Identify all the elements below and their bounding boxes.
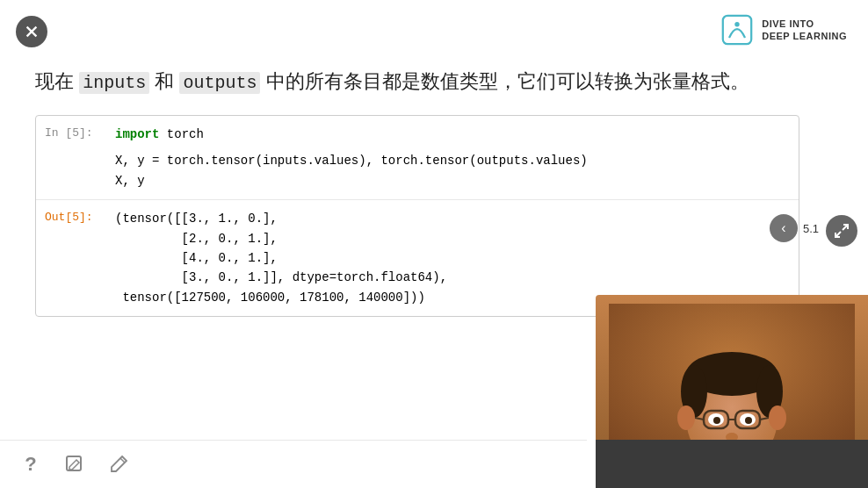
svg-point-19 bbox=[745, 417, 752, 424]
draw-button[interactable] bbox=[105, 451, 132, 477]
paragraph: 现在 inputs 和 outputs 中的所有条目都是数值类型，它们可以转换为… bbox=[35, 66, 833, 97]
inputs-code: inputs bbox=[79, 72, 149, 94]
out-label: Out[5]: bbox=[36, 209, 115, 307]
output-line-3: [4., 0., 1.], bbox=[115, 248, 790, 268]
prev-button[interactable]: ‹ bbox=[770, 214, 798, 242]
dark-bottom-bar bbox=[596, 440, 868, 488]
question-icon: ? bbox=[25, 453, 36, 476]
pencil-icon bbox=[108, 454, 129, 475]
logo-icon bbox=[721, 14, 753, 46]
output-line-2: [2., 0., 1.], bbox=[115, 229, 790, 248]
svg-point-21 bbox=[677, 405, 695, 430]
in-label: In [5]: bbox=[36, 125, 115, 190]
close-button[interactable] bbox=[16, 16, 47, 47]
svg-point-22 bbox=[769, 405, 786, 430]
expand-button[interactable] bbox=[826, 215, 857, 247]
chevron-icon: ‹ bbox=[781, 220, 785, 236]
code-block: In [5]: import torch X, y = torch.tensor… bbox=[35, 115, 799, 317]
page-number: 5.1 bbox=[803, 222, 819, 235]
code-output-content: (tensor([[3., 1., 0.], [2., 0., 1.], [4.… bbox=[115, 209, 799, 307]
nav-area: ‹ 5.1 bbox=[770, 214, 819, 242]
para-text-mid: 和 bbox=[149, 70, 179, 92]
output-line-1: (tensor([[3., 1., 0.], bbox=[115, 209, 790, 228]
bottom-toolbar: ? bbox=[0, 440, 587, 488]
output-line-4: [3., 0., 1.]], dtype=torch.float64), bbox=[115, 268, 790, 287]
logo-line2: DEEP LEARNING bbox=[762, 30, 847, 42]
annotate-button[interactable] bbox=[61, 451, 88, 477]
pencil-square-icon bbox=[64, 454, 85, 475]
help-button[interactable]: ? bbox=[18, 451, 44, 477]
logo-line1: DIVE INTO bbox=[762, 18, 847, 30]
code-input-content: import torch X, y = torch.tensor(inputs.… bbox=[115, 125, 799, 190]
outputs-code: outputs bbox=[179, 72, 260, 94]
torch-text: torch bbox=[159, 127, 203, 141]
code-input-section: In [5]: import torch X, y = torch.tensor… bbox=[36, 116, 799, 200]
logo-text: DIVE INTO DEEP LEARNING bbox=[762, 18, 847, 43]
code-line-3: X, y bbox=[115, 171, 790, 190]
import-keyword: import bbox=[115, 127, 159, 141]
logo-area: DIVE INTO DEEP LEARNING bbox=[721, 14, 847, 46]
svg-point-18 bbox=[713, 417, 720, 424]
para-text-after: 中的所有条目都是数值类型，它们可以转换为张量格式。 bbox=[260, 70, 749, 92]
code-line-2: X, y = torch.tensor(inputs.values), torc… bbox=[115, 151, 790, 170]
svg-point-3 bbox=[735, 22, 740, 26]
code-line-1: import torch bbox=[115, 125, 790, 144]
para-text-before: 现在 bbox=[35, 70, 79, 92]
